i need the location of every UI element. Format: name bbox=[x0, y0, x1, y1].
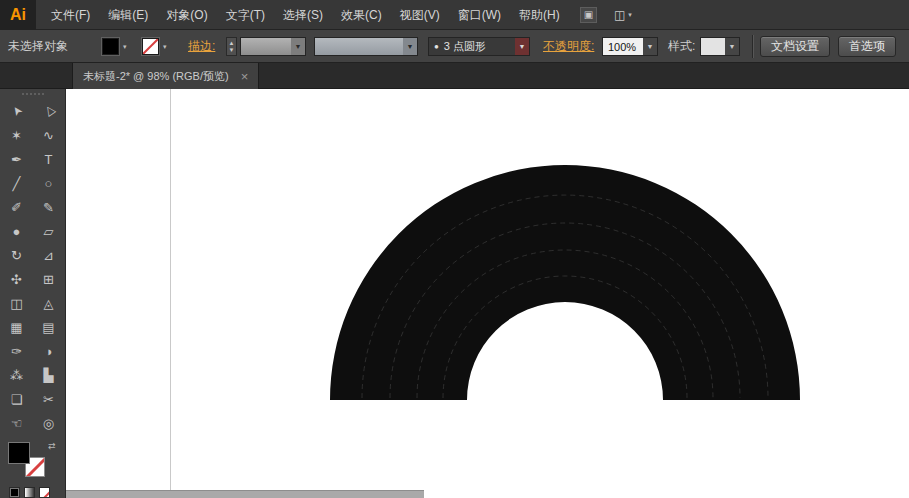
canvas-area[interactable] bbox=[66, 89, 909, 498]
stroke-weight-link[interactable]: 描边: bbox=[188, 30, 215, 63]
type-tool[interactable]: T bbox=[33, 147, 65, 171]
chevron-down-icon: ▼ bbox=[515, 38, 529, 55]
perspective-grid-tool[interactable]: ◬ bbox=[33, 291, 65, 315]
menu-window[interactable]: 窗口(W) bbox=[449, 0, 510, 30]
menu-bar: Ai 文件(F) 编辑(E) 对象(O) 文字(T) 选择(S) 效果(C) 视… bbox=[0, 0, 909, 30]
tool-grid: ➤▷✶∿✒T╱○✐✎●▱↻⊿✣⊞◫◬▦▤✑◑⁂▙❏✂☜◎ bbox=[0, 99, 65, 435]
artwork-svg bbox=[66, 89, 909, 498]
paintbrush-tool[interactable]: ✐ bbox=[1, 195, 33, 219]
illustrator-window: Ai 文件(F) 编辑(E) 对象(O) 文字(T) 选择(S) 效果(C) 视… bbox=[0, 0, 909, 498]
chevron-down-icon: ▼ bbox=[643, 38, 657, 55]
workspace-switcher[interactable]: ◫ ▾ bbox=[614, 7, 632, 23]
opacity-link[interactable]: 不透明度: bbox=[543, 30, 594, 63]
workspace-icon: ◫ bbox=[614, 8, 625, 22]
mesh-tool[interactable]: ▦ bbox=[1, 315, 33, 339]
fill-color-swatch[interactable] bbox=[102, 38, 119, 55]
brush-definition-value: ● 3 点圆形 bbox=[429, 38, 515, 55]
none-mode-button[interactable] bbox=[39, 487, 50, 498]
preferences-button[interactable]: 首选项 bbox=[838, 36, 896, 57]
stepper-up-icon[interactable]: ▲ bbox=[229, 40, 235, 47]
no-color-slash-icon bbox=[40, 491, 50, 498]
menu-object[interactable]: 对象(O) bbox=[157, 0, 216, 30]
fill-swatch-caret-icon[interactable]: ▾ bbox=[123, 43, 127, 51]
eyedropper-tool[interactable]: ✑ bbox=[1, 339, 33, 363]
brush-dot-icon: ● bbox=[434, 42, 439, 51]
no-stroke-slash-icon bbox=[143, 39, 158, 54]
symbol-sprayer-tool[interactable]: ⁂ bbox=[1, 363, 33, 387]
tools-panel: ➤▷✶∿✒T╱○✐✎●▱↻⊿✣⊞◫◬▦▤✑◑⁂▙❏✂☜◎ ⇄ bbox=[0, 89, 66, 498]
menu-select[interactable]: 选择(S) bbox=[274, 0, 332, 30]
bridge-icon[interactable]: ▣ bbox=[580, 7, 597, 23]
gradient-tool[interactable]: ▤ bbox=[33, 315, 65, 339]
color-mode-button[interactable] bbox=[9, 487, 20, 498]
stepper-down-icon[interactable]: ▼ bbox=[229, 47, 235, 54]
half-ring-shape[interactable] bbox=[330, 165, 800, 400]
stroke-weight-stepper[interactable]: ▲ ▼ bbox=[226, 37, 237, 56]
shape-builder-tool[interactable]: ◫ bbox=[1, 291, 33, 315]
style-dropdown[interactable]: ▼ bbox=[700, 37, 740, 56]
menu-view[interactable]: 视图(V) bbox=[391, 0, 449, 30]
brush-definition-dropdown[interactable]: ● 3 点圆形 ▼ bbox=[428, 37, 530, 56]
ellipse-tool[interactable]: ○ bbox=[33, 171, 65, 195]
stroke-weight-value bbox=[241, 38, 291, 55]
blob-brush-tool[interactable]: ● bbox=[1, 219, 33, 243]
chevron-down-icon: ▼ bbox=[403, 38, 417, 55]
menu-edit[interactable]: 编辑(E) bbox=[99, 0, 157, 30]
fill-stroke-wells: ⇄ bbox=[0, 439, 65, 498]
fill-color-well[interactable] bbox=[9, 443, 29, 463]
blend-tool[interactable]: ◑ bbox=[33, 339, 65, 363]
menu-help[interactable]: 帮助(H) bbox=[510, 0, 569, 30]
zoom-tool[interactable]: ◎ bbox=[33, 411, 65, 435]
free-transform-tool[interactable]: ⊞ bbox=[33, 267, 65, 291]
stroke-color-swatch[interactable] bbox=[142, 38, 159, 55]
width-profile-preview bbox=[315, 38, 403, 55]
pen-tool[interactable]: ✒ bbox=[1, 147, 33, 171]
horizontal-scrollbar[interactable] bbox=[66, 490, 424, 498]
chevron-down-icon: ▼ bbox=[291, 38, 305, 55]
column-graph-tool[interactable]: ▙ bbox=[33, 363, 65, 387]
stroke-swatch-caret-icon[interactable]: ▾ bbox=[163, 43, 167, 51]
document-tab-strip: 未标题-2* @ 98% (RGB/预览) × bbox=[0, 63, 909, 89]
menu-items: 文件(F) 编辑(E) 对象(O) 文字(T) 选择(S) 效果(C) 视图(V… bbox=[42, 0, 569, 30]
opacity-dropdown[interactable]: 100% ▼ bbox=[602, 37, 658, 56]
opacity-value: 100% bbox=[603, 38, 643, 55]
line-segment-tool[interactable]: ╱ bbox=[1, 171, 33, 195]
width-tool[interactable]: ✣ bbox=[1, 267, 33, 291]
hand-tool[interactable]: ☜ bbox=[1, 411, 33, 435]
menu-file[interactable]: 文件(F) bbox=[42, 0, 99, 30]
document-tab-title: 未标题-2* @ 98% (RGB/预览) bbox=[83, 69, 229, 84]
menu-type[interactable]: 文字(T) bbox=[217, 0, 274, 30]
slice-tool[interactable]: ✂ bbox=[33, 387, 65, 411]
style-label: 样式: bbox=[668, 30, 695, 63]
control-bar: 未选择对象 ▾ ▾ 描边: ▲ ▼ ▼ ▼ ● 3 点圆形 ▼ bbox=[0, 30, 909, 63]
brush-name: 3 点圆形 bbox=[444, 39, 486, 54]
app-logo: Ai bbox=[0, 0, 36, 30]
artboard-tool[interactable]: ❏ bbox=[1, 387, 33, 411]
menu-effect[interactable]: 效果(C) bbox=[332, 0, 391, 30]
width-profile-dropdown[interactable]: ▼ bbox=[314, 37, 418, 56]
selection-status: 未选择对象 bbox=[8, 30, 68, 63]
document-setup-button[interactable]: 文档设置 bbox=[760, 36, 830, 57]
close-tab-icon[interactable]: × bbox=[241, 70, 249, 83]
style-preview bbox=[701, 38, 725, 55]
rotate-tool[interactable]: ↻ bbox=[1, 243, 33, 267]
gradient-mode-button[interactable] bbox=[24, 487, 35, 498]
stroke-weight-dropdown[interactable]: ▼ bbox=[240, 37, 306, 56]
eraser-tool[interactable]: ▱ bbox=[33, 219, 65, 243]
scale-tool[interactable]: ⊿ bbox=[33, 243, 65, 267]
chevron-down-icon: ▼ bbox=[725, 38, 739, 55]
chevron-down-icon: ▾ bbox=[628, 11, 632, 19]
swap-colors-icon[interactable]: ⇄ bbox=[48, 441, 56, 451]
grip-dots-icon bbox=[22, 93, 44, 95]
pencil-tool[interactable]: ✎ bbox=[33, 195, 65, 219]
document-tab[interactable]: 未标题-2* @ 98% (RGB/预览) × bbox=[72, 63, 259, 89]
color-mode-buttons bbox=[9, 487, 50, 498]
divider bbox=[752, 35, 753, 58]
